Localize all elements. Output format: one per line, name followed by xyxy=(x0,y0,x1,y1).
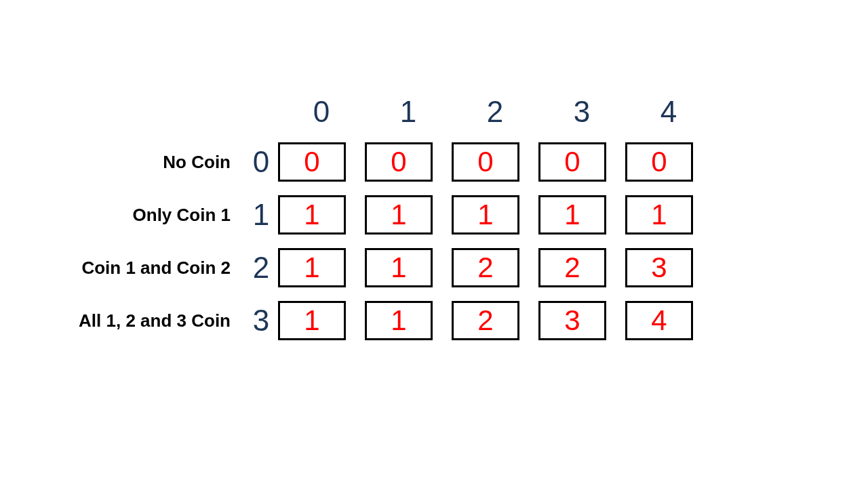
table-row: Only Coin 1 1 1 1 1 1 1 xyxy=(54,195,712,235)
col-header-4: 4 xyxy=(625,95,712,129)
cell-2-0: 1 xyxy=(278,248,346,287)
row-label-0: No Coin xyxy=(54,152,244,173)
cell-3-0: 1 xyxy=(278,301,346,340)
col-header-0: 0 xyxy=(278,95,365,129)
row-index-1: 1 xyxy=(244,198,278,232)
cell-1-2: 1 xyxy=(452,195,519,235)
row-index-2: 2 xyxy=(244,251,278,285)
col-header-2: 2 xyxy=(452,95,538,129)
column-headers: 0 1 2 3 4 xyxy=(278,95,712,129)
row-cells: 0 0 0 0 0 xyxy=(278,142,693,182)
cell-1-3: 1 xyxy=(538,195,606,235)
col-header-3: 3 xyxy=(538,95,625,129)
row-cells: 1 1 1 1 1 xyxy=(278,195,693,235)
cell-2-2: 2 xyxy=(452,248,519,287)
cell-3-3: 3 xyxy=(538,301,606,340)
row-index-0: 0 xyxy=(244,145,278,179)
cell-0-3: 0 xyxy=(538,142,606,182)
table-row: No Coin 0 0 0 0 0 0 xyxy=(54,142,712,182)
dp-table-diagram: 0 1 2 3 4 No Coin 0 0 0 0 0 0 Only Coin … xyxy=(54,95,712,340)
cell-2-1: 1 xyxy=(365,248,433,287)
row-label-2: Coin 1 and Coin 2 xyxy=(54,258,244,279)
cell-1-4: 1 xyxy=(625,195,693,235)
cell-0-1: 0 xyxy=(365,142,433,182)
row-label-1: Only Coin 1 xyxy=(54,205,244,226)
cell-3-4: 4 xyxy=(625,301,693,340)
cell-2-4: 3 xyxy=(625,248,693,287)
col-header-1: 1 xyxy=(365,95,452,129)
cell-1-0: 1 xyxy=(278,195,346,235)
cell-0-0: 0 xyxy=(278,142,346,182)
cell-3-1: 1 xyxy=(365,301,433,340)
cell-0-2: 0 xyxy=(452,142,519,182)
row-cells: 1 1 2 3 4 xyxy=(278,301,693,340)
cell-1-1: 1 xyxy=(365,195,433,235)
row-cells: 1 1 2 2 3 xyxy=(278,248,693,287)
cell-3-2: 2 xyxy=(452,301,519,340)
row-index-3: 3 xyxy=(244,304,278,338)
row-label-3: All 1, 2 and 3 Coin xyxy=(54,310,244,331)
cell-2-3: 2 xyxy=(538,248,606,287)
cell-0-4: 0 xyxy=(625,142,693,182)
table-row: All 1, 2 and 3 Coin 3 1 1 2 3 4 xyxy=(54,301,712,340)
table-row: Coin 1 and Coin 2 2 1 1 2 2 3 xyxy=(54,248,712,287)
